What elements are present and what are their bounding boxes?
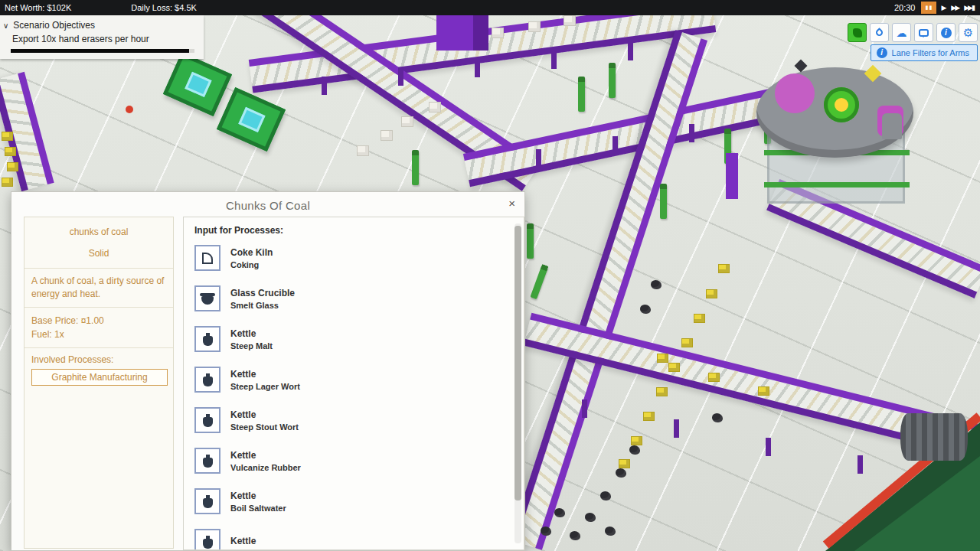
gases-button[interactable]: ☁	[892, 23, 911, 42]
machine-icon	[203, 498, 213, 508]
coal-item	[640, 305, 651, 314]
liquids-button[interactable]	[870, 23, 889, 42]
scrollbar-thumb[interactable]	[514, 226, 521, 500]
belt-leg	[322, 77, 327, 95]
eraser-item	[631, 436, 642, 445]
eraser-item	[681, 338, 693, 347]
settings-button[interactable]: ⚙	[959, 23, 978, 42]
info-icon: i	[877, 47, 887, 58]
process-list-item[interactable]: Glass Crucible Smelt Glass	[194, 285, 504, 311]
machine-icon	[203, 539, 213, 549]
process-name: Steep Malt	[230, 341, 273, 350]
machine-icon-box	[194, 488, 220, 514]
white-cube-item	[564, 15, 576, 26]
robot-arm	[578, 77, 585, 112]
chevron-down-icon[interactable]: ∨	[3, 21, 8, 30]
process-list-item[interactable]: Kettle Steep Stout Wort	[194, 407, 504, 433]
belt-leg	[536, 149, 541, 168]
process-list-item[interactable]: Kettle Vulcanize Rubber	[194, 448, 504, 474]
belt-leg	[628, 42, 633, 60]
pause-button[interactable]: ▮▮	[921, 2, 936, 14]
net-worth-label: Net Worth: $102K	[5, 3, 71, 12]
tank-core-center	[835, 98, 848, 112]
process-list-item[interactable]: Kettle	[194, 529, 504, 550]
process-list-item[interactable]: Kettle Boil Saltwater	[194, 488, 504, 514]
messages-button[interactable]	[914, 23, 933, 42]
belt-leg	[612, 136, 618, 155]
process-list: Coke Kiln Coking Glass Crucible Smelt Gl…	[194, 245, 504, 550]
involved-process-button[interactable]: Graphite Manufacturing	[31, 369, 168, 386]
machine-icon-box	[194, 367, 220, 393]
map-toolbar: ☁ i ⚙	[848, 23, 978, 42]
robot-arm	[609, 63, 616, 98]
red-item	[126, 106, 133, 113]
speech-bubble-icon	[919, 29, 929, 37]
gear-icon: ⚙	[963, 26, 973, 40]
coal-item	[570, 531, 580, 540]
machine-icon	[203, 417, 213, 427]
eraser-item	[657, 354, 668, 363]
coal-item	[616, 468, 626, 478]
item-fuel-value: Fuel: 1x	[31, 328, 166, 341]
machine-name: Glass Crucible	[230, 288, 295, 298]
machine-icon	[203, 336, 213, 346]
objective-progress-fill	[11, 49, 189, 53]
close-icon[interactable]: ×	[508, 198, 515, 209]
scrollbar[interactable]	[514, 223, 521, 543]
machine-name: Kettle	[230, 328, 273, 339]
machine-icon	[203, 458, 213, 468]
press-core	[185, 72, 211, 97]
machine-icon-box	[194, 448, 220, 474]
process-name: Boil Saltwater	[230, 504, 286, 513]
eraser-item	[643, 412, 655, 421]
fast-forward-button[interactable]: ▶▶	[951, 4, 959, 11]
process-list-item[interactable]: Coke Kiln Coking	[194, 245, 504, 271]
objectives-panel: ∨ Scenario Objectives Export 10x hand er…	[0, 15, 204, 59]
process-list-item[interactable]: Kettle Steep Malt	[194, 326, 504, 352]
play-button[interactable]: ▶	[941, 4, 946, 11]
eraser-item	[2, 132, 13, 141]
involved-processes-label: Involved Processes:	[31, 354, 166, 365]
white-cube-item	[357, 145, 369, 156]
tank-ring	[764, 182, 910, 187]
cloud-icon: ☁	[897, 27, 907, 39]
process-list-panel: Input for Processes: Coke Kiln Coking	[183, 217, 524, 550]
item-base-price: Base Price: ¤1.00	[31, 314, 166, 328]
ribbed-cylinder	[900, 413, 968, 461]
item-filter-button[interactable]	[848, 23, 867, 42]
machine-icon-box	[194, 245, 220, 271]
coal-item	[600, 491, 611, 500]
machine-icon-box	[194, 407, 220, 433]
coal-item	[629, 445, 640, 455]
clock-label: 20:30	[894, 3, 916, 12]
objective-progress-track	[11, 49, 194, 53]
belt-leg	[398, 67, 403, 86]
eraser-item	[2, 178, 13, 187]
white-cube-item	[401, 116, 413, 127]
robot-arm	[660, 184, 667, 219]
droplet-icon	[874, 28, 884, 37]
inputs-header: Input for Processes:	[194, 225, 504, 236]
eraser-item	[706, 289, 717, 298]
process-name: Steep Stout Wort	[230, 422, 299, 432]
machine-name: Kettle	[230, 369, 300, 380]
process-name: Coking	[230, 260, 273, 269]
daily-loss-label: Daily Loss: $4.5K	[131, 3, 197, 12]
lane-filters-notification[interactable]: i Lane Filters for Arms	[871, 44, 978, 61]
eraser-item	[656, 387, 668, 396]
process-name: Smelt Glass	[230, 301, 295, 310]
process-name: Steep Lager Wort	[230, 382, 300, 391]
item-info-panel: chunks of coal Solid A chunk of coal, a …	[24, 217, 174, 549]
info-button[interactable]: i	[936, 23, 956, 42]
eraser-item	[5, 147, 16, 156]
gray-hopper	[882, 113, 902, 139]
eraser-item	[7, 162, 18, 171]
fastest-forward-button[interactable]: ▶▶▮	[964, 4, 974, 11]
robot-arm	[412, 150, 419, 185]
coal-item	[605, 527, 616, 536]
press-machine	[217, 87, 286, 152]
machine-name: Kettle	[230, 450, 301, 461]
item-name: chunks of coal	[31, 227, 166, 237]
process-list-item[interactable]: Kettle Steep Lager Wort	[194, 367, 504, 393]
coal-item	[541, 527, 551, 536]
